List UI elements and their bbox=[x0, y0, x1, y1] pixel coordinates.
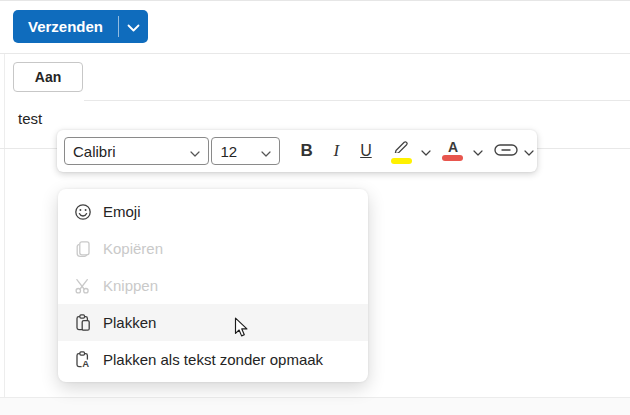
highlighter-pen-icon bbox=[392, 139, 412, 157]
to-field-underline bbox=[84, 100, 630, 101]
subject-value: test bbox=[18, 110, 42, 127]
paste-plain-text-icon: A bbox=[74, 351, 92, 369]
font-color-swatch bbox=[442, 155, 463, 161]
font-size-select[interactable]: 12 bbox=[211, 137, 279, 165]
font-size-value: 12 bbox=[220, 143, 237, 160]
chevron-down-icon bbox=[190, 143, 200, 160]
highlight-color-button[interactable] bbox=[385, 136, 419, 166]
italic-button[interactable]: I bbox=[321, 136, 351, 166]
chevron-down-icon bbox=[261, 143, 271, 160]
highlight-color-swatch bbox=[391, 158, 412, 164]
menu-item-paste-plain-text[interactable]: A Plakken als tekst zonder opmaak bbox=[58, 341, 368, 378]
menu-item-emoji[interactable]: Emoji bbox=[58, 193, 368, 230]
font-color-dropdown[interactable] bbox=[470, 136, 486, 166]
link-icon bbox=[494, 142, 518, 160]
header-divider bbox=[0, 53, 630, 54]
chevron-down-icon bbox=[473, 142, 483, 160]
italic-icon: I bbox=[333, 141, 339, 161]
insert-link-button[interactable] bbox=[492, 136, 522, 166]
font-family-select[interactable]: Calibri bbox=[64, 137, 209, 165]
emoji-icon bbox=[74, 203, 92, 221]
menu-item-label: Emoji bbox=[103, 203, 141, 220]
underline-button[interactable]: U bbox=[351, 136, 381, 166]
bold-icon: B bbox=[301, 141, 313, 161]
menu-item-label: Kopiëren bbox=[103, 240, 163, 257]
font-color-button[interactable]: A bbox=[436, 136, 470, 166]
send-button[interactable]: Verzenden bbox=[13, 10, 118, 43]
top-border bbox=[0, 0, 630, 1]
menu-item-label: Plakken als tekst zonder opmaak bbox=[103, 351, 323, 368]
font-color-icon: A bbox=[448, 141, 458, 154]
chevron-down-icon bbox=[127, 18, 140, 36]
scissors-icon bbox=[74, 277, 92, 295]
send-split-button: Verzenden bbox=[13, 10, 148, 43]
chevron-down-icon bbox=[421, 142, 431, 160]
menu-item-paste[interactable]: Plakken bbox=[58, 304, 368, 341]
context-menu: Emoji Kopiëren Knippen Plakken A Plakken bbox=[58, 189, 368, 382]
format-toolbar: Calibri 12 B I U bbox=[57, 130, 537, 172]
chevron-down-icon bbox=[524, 142, 534, 160]
menu-item-label: Plakken bbox=[103, 314, 156, 331]
compose-window: Verzenden Aan test Calibri 12 bbox=[0, 0, 630, 415]
send-options-dropdown[interactable] bbox=[119, 10, 148, 43]
svg-text:A: A bbox=[82, 358, 89, 369]
bottom-strip bbox=[0, 397, 630, 415]
paste-icon bbox=[74, 314, 92, 332]
menu-item-cut: Knippen bbox=[58, 267, 368, 304]
to-button[interactable]: Aan bbox=[13, 62, 83, 92]
font-family-value: Calibri bbox=[73, 143, 116, 160]
bold-button[interactable]: B bbox=[292, 136, 322, 166]
underline-icon: U bbox=[360, 142, 372, 160]
highlight-color-dropdown[interactable] bbox=[418, 136, 434, 166]
insert-link-dropdown[interactable] bbox=[521, 136, 537, 166]
menu-item-copy: Kopiëren bbox=[58, 230, 368, 267]
copy-icon bbox=[74, 240, 92, 258]
menu-item-label: Knippen bbox=[103, 277, 158, 294]
